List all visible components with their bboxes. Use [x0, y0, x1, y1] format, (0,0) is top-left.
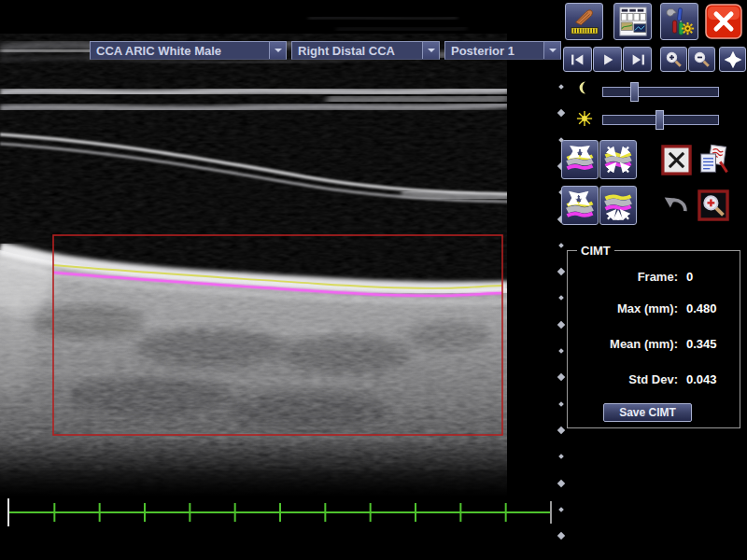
first-frame-button[interactable] — [563, 47, 592, 72]
cimt-panel-title: CIMT — [577, 244, 614, 258]
segment-dropdown-value: Right Distal CCA — [292, 44, 395, 58]
mean-value: 0.345 — [686, 337, 717, 351]
moon-icon — [578, 80, 593, 95]
detect-near-wall-button[interactable] — [561, 186, 599, 225]
undo-icon — [661, 190, 691, 220]
contrast-slider[interactable] — [602, 87, 719, 97]
close-button[interactable] — [702, 3, 745, 40]
probe-ruler-icon — [569, 6, 600, 37]
image-right-edge — [507, 0, 509, 497]
last-frame-icon — [627, 50, 648, 69]
app-window: CCA ARIC White Male Right Distal CCA Pos… — [0, 0, 747, 560]
frame-label: Frame: — [568, 270, 678, 284]
undo-button[interactable] — [658, 186, 694, 225]
segment-dropdown[interactable]: Right Distal CCA — [291, 41, 440, 60]
brightness-slider-thumb[interactable] — [655, 110, 664, 130]
detect-walls-contract-button[interactable] — [599, 140, 637, 179]
brightness-slider[interactable] — [602, 115, 719, 125]
protocol-dropdown[interactable]: CCA ARIC White Male — [90, 41, 287, 60]
first-frame-icon — [568, 50, 588, 69]
detect-near-wall-icon — [565, 189, 595, 221]
zoom-in-icon — [664, 49, 684, 70]
detect-far-wall-button[interactable] — [599, 186, 637, 225]
protocol-dropdown-value: CCA ARIC White Male — [91, 44, 221, 58]
tools-icon — [664, 6, 696, 37]
chevron-down-icon — [269, 42, 286, 59]
speckle-noise — [0, 34, 507, 470]
cimt-results-panel: CIMT Frame: 0 Max (mm): 0.480 Mean (mm):… — [567, 250, 740, 428]
scale-ruler — [0, 496, 560, 535]
copy-to-report-button[interactable] — [695, 140, 732, 179]
frame-value: 0 — [686, 270, 693, 284]
detect-far-wall-icon — [603, 189, 633, 221]
play-icon — [598, 50, 618, 69]
save-cimt-button[interactable]: Save CIMT — [603, 403, 692, 422]
caliper-tool-button[interactable] — [565, 3, 603, 40]
cimt-frame-row: Frame: 0 — [568, 270, 725, 284]
pan-arrows-icon — [723, 49, 743, 70]
max-value: 0.480 — [686, 301, 717, 315]
pan-button[interactable] — [719, 47, 746, 72]
control-panel: CIMT Frame: 0 Max (mm): 0.480 Mean (mm):… — [560, 0, 747, 560]
chevron-down-icon — [422, 42, 439, 59]
close-x-icon — [704, 4, 743, 39]
detect-walls-contract-icon — [603, 144, 633, 175]
ultrasound-image[interactable] — [0, 0, 509, 497]
zoom-out-icon — [692, 49, 712, 70]
sun-icon — [576, 110, 593, 127]
zoom-in-button[interactable] — [660, 47, 687, 72]
cimt-stddev-row: Std Dev: 0.043 — [568, 372, 725, 386]
report-button[interactable] — [613, 3, 652, 40]
bottom-fade — [0, 439, 509, 497]
settings-button[interactable] — [660, 3, 698, 40]
report-icon — [617, 6, 649, 37]
contrast-slider-thumb[interactable] — [630, 82, 639, 102]
cimt-max-row: Max (mm): 0.480 — [568, 301, 725, 315]
mean-label: Mean (mm): — [568, 337, 678, 351]
view-dropdown[interactable]: Posterior 1 — [444, 41, 561, 60]
magnify-roi-button[interactable] — [695, 186, 732, 225]
max-label: Max (mm): — [568, 301, 678, 315]
stddev-value: 0.043 — [686, 372, 717, 386]
detect-walls-expand-button[interactable] — [561, 140, 599, 179]
cimt-mean-row: Mean (mm): 0.345 — [568, 337, 725, 351]
clear-measurement-icon — [661, 145, 692, 175]
clear-measurement-button[interactable] — [658, 140, 694, 179]
view-dropdown-value: Posterior 1 — [445, 44, 514, 58]
zoom-out-button[interactable] — [688, 47, 715, 72]
magnify-roi-icon — [698, 189, 729, 221]
copy-to-report-icon — [698, 143, 729, 176]
last-frame-button[interactable] — [623, 47, 652, 72]
detect-walls-expand-icon — [565, 144, 595, 175]
play-button[interactable] — [593, 47, 622, 72]
stddev-label: Std Dev: — [568, 372, 678, 386]
